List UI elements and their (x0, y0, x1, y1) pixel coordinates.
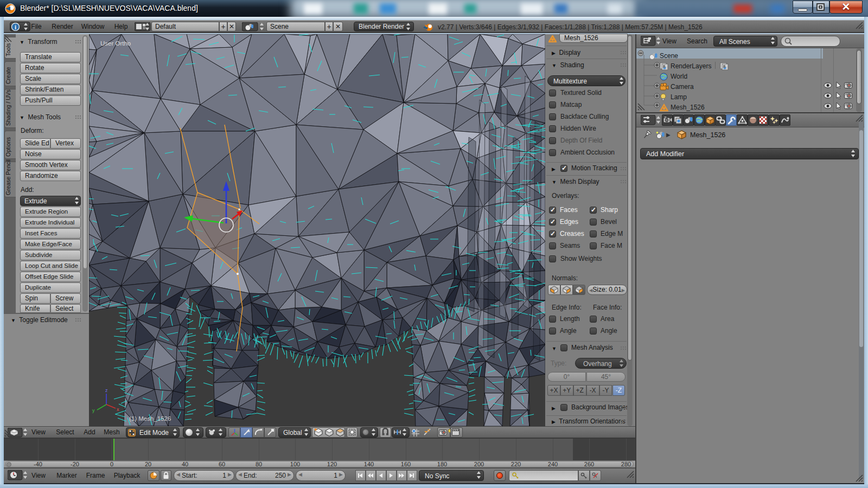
svg-text:i: i (15, 24, 16, 30)
svg-text:User Ortho: User Ortho (100, 40, 131, 47)
svg-text:x: x (117, 407, 119, 412)
svg-text:(1) Mesh_1526: (1) Mesh_1526 (129, 415, 171, 422)
svg-text:y: y (92, 408, 95, 413)
svg-text:z: z (105, 388, 108, 393)
